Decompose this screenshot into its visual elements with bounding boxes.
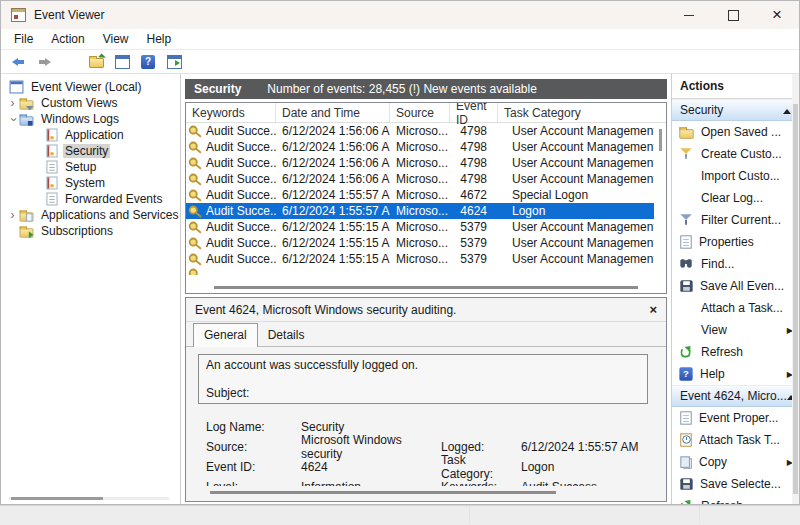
- window-control-button[interactable]: [711, 1, 755, 29]
- menu-item[interactable]: View: [94, 30, 138, 48]
- window-title: Event Viewer: [34, 8, 104, 22]
- event-row[interactable]: Audit Succe... 6/12/2024 1:56:06 AM Micr…: [186, 139, 654, 155]
- action-item[interactable]: Copy ▶: [672, 451, 799, 473]
- action-item[interactable]: Open Saved ... ▶: [672, 121, 799, 143]
- field-value: 6/12/2024 1:55:57 AM: [521, 440, 648, 454]
- column-header[interactable]: Task Category: [498, 103, 666, 122]
- event-description-box[interactable]: An account was successfully logged on.Su…: [198, 354, 648, 404]
- event-row[interactable]: Audit Succe... 6/12/2024 1:55:15 AM Micr…: [186, 219, 654, 235]
- tree-item[interactable]: Custom Views: [1, 95, 180, 111]
- toolbar-icon: [167, 55, 182, 69]
- preview-tab[interactable]: Details: [258, 324, 315, 347]
- cell-datetime: 6/12/2024 1:56:06 AM: [276, 140, 390, 154]
- key-icon: [189, 237, 203, 250]
- event-row[interactable]: Audit Succe... 6/12/2024 1:56:06 AM Micr…: [186, 123, 654, 139]
- tree-item[interactable]: System: [1, 175, 180, 191]
- toolbar-button[interactable]: [33, 52, 55, 72]
- preview-panel: Event 4624, Microsoft Windows security a…: [185, 297, 667, 502]
- action-item[interactable]: Create Custo... ▶: [672, 143, 799, 165]
- menu-item[interactable]: File: [5, 30, 42, 48]
- column-header[interactable]: Keywords: [186, 103, 276, 122]
- tree-item[interactable]: Applications and Services Lo: [1, 207, 180, 223]
- action-item[interactable]: Find... ▶: [672, 253, 799, 275]
- event-viewer-window: Event Viewer FileActionViewHelp Event Vi…: [0, 0, 800, 505]
- tree-item[interactable]: Windows Logs: [1, 111, 180, 127]
- tree-item-label: Application: [63, 128, 126, 142]
- action-item[interactable]: Filter Current... ▶: [672, 209, 799, 231]
- menu-item[interactable]: Help: [138, 30, 181, 48]
- tree-item[interactable]: Setup: [1, 159, 180, 175]
- tree-item-icon: [10, 81, 24, 94]
- cell-event-id: 5379: [450, 252, 498, 266]
- toolbar-button[interactable]: [85, 52, 107, 72]
- events-vscrollbar-thumb[interactable]: [659, 129, 662, 151]
- actions-vscrollbar-thumb[interactable]: [793, 104, 798, 494]
- action-item-icon: [679, 147, 693, 160]
- cell-datetime: 6/12/2024 1:55:15 AM: [276, 252, 390, 266]
- action-item[interactable]: Help ▶: [672, 363, 799, 385]
- event-row[interactable]: Audit Succe... 6/12/2024 1:55:57 AM Micr…: [186, 203, 654, 219]
- cell-keywords: Audit Succe...: [186, 140, 276, 154]
- tree-item[interactable]: Subscriptions: [1, 223, 180, 239]
- tree-item-label: Setup: [63, 160, 98, 174]
- cell-task-category: User Account Management: [498, 252, 654, 266]
- event-row[interactable]: Audit Succe... 6/12/2024 1:55:15 AM Micr…: [186, 251, 654, 267]
- collapse-arrow-icon[interactable]: [783, 103, 791, 117]
- action-item[interactable]: Event Proper... ▶: [672, 407, 799, 429]
- expander-icon[interactable]: [6, 97, 19, 110]
- toolbar-button[interactable]: [59, 52, 81, 72]
- events-table: KeywordsDate and TimeSourceEvent IDTask …: [185, 102, 667, 294]
- menu-item[interactable]: Action: [42, 30, 93, 48]
- actions-section-header-security[interactable]: Security: [672, 99, 799, 121]
- window-control-button[interactable]: [667, 1, 711, 29]
- cell-source: Microso...: [390, 124, 450, 138]
- cell-datetime: 6/12/2024 1:55:57 AM: [276, 204, 390, 218]
- toolbar-button[interactable]: [137, 52, 159, 72]
- tree-hscrollbar-thumb[interactable]: [11, 497, 103, 500]
- expander-icon[interactable]: [6, 113, 19, 126]
- toolbar-button[interactable]: [163, 52, 185, 72]
- toolbar-icon: [11, 55, 26, 69]
- action-item[interactable]: Refresh ▶: [672, 495, 799, 504]
- section-title: Security: [680, 103, 723, 117]
- column-header-label: Source: [396, 106, 434, 120]
- tree-item[interactable]: Application: [1, 127, 180, 143]
- actions-section-header-event[interactable]: Event 4624, Micro...: [672, 385, 799, 407]
- event-row[interactable]: [186, 267, 654, 275]
- close-icon[interactable]: ×: [649, 302, 657, 317]
- action-item[interactable]: Clear Log... ▶: [672, 187, 799, 209]
- preview-tab[interactable]: General: [193, 323, 258, 347]
- event-row[interactable]: Audit Succe... 6/12/2024 1:56:06 AM Micr…: [186, 155, 654, 171]
- preview-hscrollbar[interactable]: [186, 486, 666, 498]
- tree-item[interactable]: Security: [1, 143, 180, 159]
- events-hscrollbar-thumb[interactable]: [214, 286, 637, 289]
- action-item[interactable]: View ▶: [672, 319, 799, 341]
- column-header[interactable]: Event ID: [450, 103, 498, 122]
- event-row[interactable]: Audit Succe... 6/12/2024 1:55:57 AM Micr…: [186, 187, 654, 203]
- events-hscrollbar[interactable]: [186, 281, 666, 293]
- field-value: Logon: [521, 460, 648, 474]
- tree-item-label: Security: [63, 144, 110, 158]
- preview-hscrollbar-thumb[interactable]: [210, 491, 556, 494]
- action-item[interactable]: Save All Even... ▶: [672, 275, 799, 297]
- action-item[interactable]: Attach Task T... ▶: [672, 429, 799, 451]
- tree-item[interactable]: Event Viewer (Local): [1, 79, 180, 95]
- action-item[interactable]: Save Selecte... ▶: [672, 473, 799, 495]
- toolbar-button[interactable]: [7, 52, 29, 72]
- cell-datetime: 6/12/2024 1:56:06 AM: [276, 172, 390, 186]
- tree-item[interactable]: Forwarded Events: [1, 191, 180, 207]
- cell-keywords-text: Audit Succe...: [206, 220, 276, 234]
- title-bar[interactable]: Event Viewer: [1, 1, 799, 29]
- event-row[interactable]: Audit Succe... 6/12/2024 1:55:15 AM Micr…: [186, 235, 654, 251]
- action-item[interactable]: Import Custo... ▶: [672, 165, 799, 187]
- window-control-button[interactable]: [755, 1, 799, 29]
- cell-event-id: 4624: [450, 204, 498, 218]
- action-item[interactable]: Properties ▶: [672, 231, 799, 253]
- column-header[interactable]: Source: [390, 103, 450, 122]
- action-item[interactable]: Attach a Task... ▶: [672, 297, 799, 319]
- event-row[interactable]: Audit Succe... 6/12/2024 1:56:06 AM Micr…: [186, 171, 654, 187]
- expander-icon[interactable]: [6, 209, 19, 222]
- column-header[interactable]: Date and Time: [276, 103, 390, 122]
- action-item[interactable]: Refresh ▶: [672, 341, 799, 363]
- toolbar-button[interactable]: [111, 52, 133, 72]
